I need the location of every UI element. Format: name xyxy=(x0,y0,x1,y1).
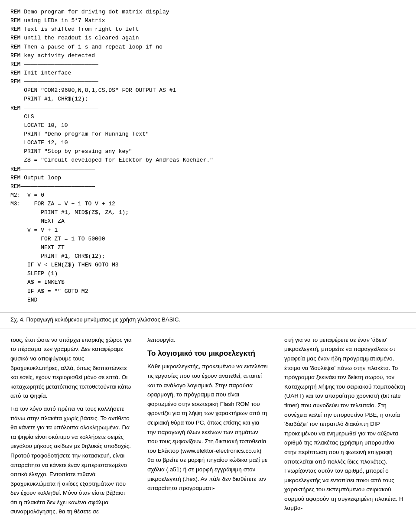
article-section: τους, έτσι ώστε να υπάρχει επαρκής χώρος… xyxy=(0,328,416,520)
article-paragraph: Για τον λόγο αυτό πρέπει να τους κολλήσε… xyxy=(10,404,132,516)
figure-caption: Σχ. 4. Παραγωγή κυλιόμενου μηνύματος με … xyxy=(0,313,416,328)
article-col-1: τους, έτσι ώστε να υπάρχει επαρκής χώρος… xyxy=(0,335,140,520)
article-col-2: λειτουργία.Το λογισμικό του μικροελεγκτή… xyxy=(140,335,276,520)
article-paragraph: στή για να το μεταφέρετε σε έναν 'άδειο'… xyxy=(284,335,406,513)
article-paragraph: Κάθε μικροελεγκτής, προκειμένου να εκτελ… xyxy=(147,362,269,493)
article-heading: Το λογισμικό του μικροελεγκτή xyxy=(147,349,269,358)
code-block: REM Demo program for driving dot matrix … xyxy=(10,8,406,305)
code-section: REM Demo program for driving dot matrix … xyxy=(0,0,416,313)
article-paragraph: τους, έτσι ώστε να υπάρχει επαρκής χώρος… xyxy=(10,335,132,401)
figure-caption-text: Σχ. 4. Παραγωγή κυλιόμενου μηνύματος με … xyxy=(10,316,180,323)
article-col-3: στή για να το μεταφέρετε σε έναν 'άδειο'… xyxy=(276,335,416,520)
article-paragraph: λειτουργία. xyxy=(147,335,269,345)
